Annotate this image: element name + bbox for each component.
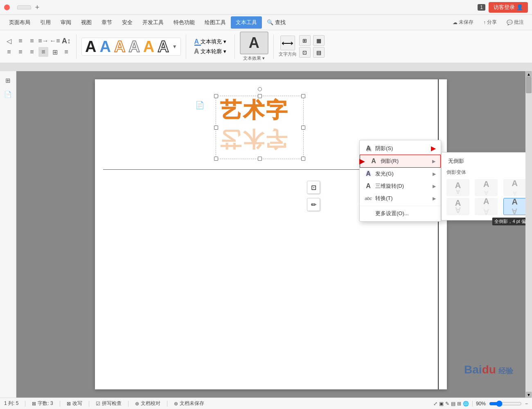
- align-left-icon[interactable]: ≡: [4, 47, 14, 57]
- ctx-glow[interactable]: A 发光(G) ▶: [360, 168, 441, 180]
- view-icon-3[interactable]: ✎: [445, 401, 449, 407]
- zoom-out-icon[interactable]: −: [525, 401, 528, 407]
- art-letter-dark-outline[interactable]: A: [158, 39, 169, 54]
- text-direction-btn[interactable]: ⟷: [280, 36, 295, 50]
- handle-bl[interactable]: [214, 157, 218, 161]
- menu-review[interactable]: 审阅: [56, 16, 76, 29]
- menu-texttools[interactable]: 文本工具: [231, 16, 262, 29]
- ctx-transform[interactable]: abc 转换(T) ▶: [360, 192, 441, 204]
- ctx-3d[interactable]: A 三维旋转(D) ▶: [360, 180, 441, 192]
- glow-icon: A: [365, 170, 372, 178]
- align-bottom-icon[interactable]: ≡: [38, 47, 48, 57]
- view-icon-2[interactable]: ▣: [439, 401, 444, 407]
- art-letter-orange-outline[interactable]: A: [114, 39, 125, 54]
- list-indent-icon[interactable]: ≡: [16, 36, 25, 46]
- view-icon-1[interactable]: ⤢: [433, 401, 437, 407]
- zoom-label: 90%: [476, 401, 486, 407]
- indent-left-icon[interactable]: ←≡: [50, 36, 60, 46]
- tab-item[interactable]: [17, 5, 31, 9]
- reflect-opt-4[interactable]: A A: [446, 198, 469, 215]
- traffic-light-red[interactable]: [4, 4, 10, 10]
- menu-special[interactable]: 特色功能: [169, 16, 200, 29]
- reflect-opt-1[interactable]: A A: [446, 179, 469, 196]
- eraser-icon[interactable]: ◁: [4, 36, 14, 46]
- unsaved-icon: ⊛: [174, 401, 178, 407]
- view-icon-5[interactable]: ⊞: [457, 401, 461, 407]
- art-letter-black[interactable]: A: [85, 39, 96, 54]
- handle-br[interactable]: [301, 157, 305, 161]
- wordart-reflection: 艺术字: [220, 129, 289, 150]
- lt-icon-1[interactable]: ⊞: [2, 74, 14, 87]
- ctx-reflection[interactable]: ▶ A 倒影(R) ▶: [360, 155, 441, 168]
- handle-ml[interactable]: [214, 126, 218, 130]
- menu-search[interactable]: 🔍 查找: [262, 16, 291, 29]
- page-icon[interactable]: 📄: [195, 101, 204, 110]
- handle-bm[interactable]: [258, 157, 262, 161]
- icon-btn-3[interactable]: ▦: [313, 35, 325, 46]
- menu-pagelayout[interactable]: 页面布局: [4, 16, 35, 29]
- list-outdent-icon[interactable]: ≡: [27, 36, 37, 46]
- float-icon-pencil[interactable]: ✏: [307, 198, 320, 211]
- reflect-tooltip: 全倒影，4 pt 偏移量: [492, 218, 525, 225]
- wordart-box[interactable]: 艺术字 艺术字: [216, 96, 304, 159]
- view-icon-4[interactable]: ▤: [451, 401, 455, 407]
- visitor-login-button[interactable]: 访客登录 👤: [489, 2, 528, 13]
- doccheck-icon: ⊛: [135, 401, 139, 407]
- status-sep5: [167, 401, 167, 407]
- menu-comment[interactable]: 💬 批注: [503, 17, 528, 27]
- float-icon-layout[interactable]: ⊡: [307, 181, 320, 194]
- right-scrollbar[interactable]: ▲ ▼: [525, 71, 532, 398]
- font-a-icon[interactable]: A↕: [61, 36, 71, 46]
- ctx-shadow[interactable]: A 阴影(S) ▶: [360, 142, 441, 155]
- art-letter-blue[interactable]: A: [99, 39, 110, 54]
- text-effect-btn[interactable]: A: [240, 31, 268, 54]
- glow-label: 发光(G): [375, 170, 394, 178]
- handle-tr[interactable]: [301, 94, 305, 98]
- text-fill-btn[interactable]: A 文本填充 ▾: [191, 37, 230, 46]
- art-letter-gold[interactable]: A: [143, 39, 154, 54]
- handle-tm[interactable]: [258, 94, 262, 98]
- scroll-down-btn[interactable]: ▼: [526, 392, 532, 398]
- align-center-icon[interactable]: ≡: [16, 47, 25, 57]
- scroll-thumb[interactable]: [526, 77, 532, 93]
- icon-btn-1[interactable]: ⊞: [299, 35, 311, 46]
- art-font-preview: A A A A A A ▼: [81, 38, 181, 56]
- art-font-dropdown[interactable]: ▼: [172, 44, 177, 49]
- handle-tl[interactable]: [214, 94, 218, 98]
- view-icon-6[interactable]: 🌐: [463, 401, 469, 407]
- menu-drawing[interactable]: 绘图工具: [200, 16, 231, 29]
- add-tab-button[interactable]: +: [33, 3, 42, 12]
- menu-security[interactable]: 安全: [117, 16, 138, 29]
- icon-btn-2[interactable]: ⊡: [299, 47, 311, 58]
- art-letter-gray-outline[interactable]: A: [128, 39, 140, 54]
- reflect-opt-5[interactable]: A A: [475, 198, 498, 215]
- align-right-icon[interactable]: ≡: [27, 47, 37, 57]
- menu-reference[interactable]: 引用: [35, 16, 56, 29]
- ctx-more-settings[interactable]: 更多设置(O)...: [360, 207, 441, 220]
- menu-devtools[interactable]: 开发工具: [138, 16, 169, 29]
- indent-right-icon[interactable]: ≡→: [38, 36, 48, 46]
- reflect-opt-6-selected[interactable]: A A 全倒影，4 pt 偏移量: [503, 198, 525, 215]
- menu-unsaved[interactable]: ☁ 未保存: [449, 17, 478, 27]
- rows-icon[interactable]: ≡: [61, 47, 71, 57]
- zoom-slider[interactable]: [489, 400, 522, 407]
- reflect-opt-3[interactable]: A A: [503, 179, 525, 196]
- col-icon[interactable]: ⊞: [50, 47, 60, 57]
- text-outline-btn[interactable]: A 文本轮廓 ▾: [191, 47, 230, 56]
- reflect-opt-2[interactable]: A A: [475, 179, 498, 196]
- status-sep4: [128, 401, 128, 407]
- menu-share[interactable]: ↑ 分享: [479, 17, 501, 27]
- lt-icon-2[interactable]: 📄: [2, 88, 14, 101]
- doc-area[interactable]: 艺术字 艺术字 📄 ⊡ ✏ Baidu 经验 jingyan.baidu.com…: [16, 71, 525, 398]
- handle-mr[interactable]: [301, 126, 305, 130]
- menu-view[interactable]: 视图: [76, 16, 97, 29]
- icon-btn-4[interactable]: ▤: [313, 47, 325, 58]
- rotate-handle[interactable]: [258, 87, 262, 91]
- 3d-label: 三维旋转(D): [375, 182, 404, 190]
- scroll-track[interactable]: [526, 77, 532, 392]
- menu-chapter[interactable]: 章节: [97, 16, 117, 29]
- scroll-up-btn[interactable]: ▲: [526, 71, 532, 77]
- svg-rect-0: [0, 63, 532, 71]
- no-reflect-option[interactable]: 无倒影: [445, 156, 525, 166]
- reflect-section-title: 倒影变体: [445, 166, 525, 178]
